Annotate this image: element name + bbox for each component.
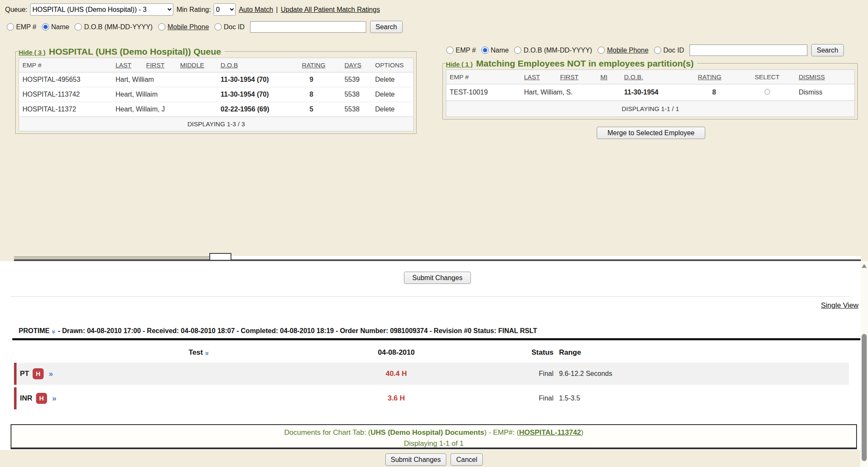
search-input[interactable]	[690, 44, 807, 56]
days-count: 5538	[341, 87, 372, 102]
dob-radio-label: D.O.B (MM-DD-YYYY)	[84, 23, 153, 31]
days-count: 5538	[341, 102, 372, 117]
submit-changes-button[interactable]: Submit Changes	[385, 453, 446, 466]
results-col-date: 04-08-2010	[373, 348, 420, 357]
doc-id-radio-label: Doc ID	[224, 23, 245, 31]
result-value: 40.4 H	[373, 370, 420, 378]
search-button[interactable]: Search	[370, 21, 403, 33]
sort-test-icon[interactable]: »	[204, 352, 211, 356]
submit-changes-button[interactable]: Submit Changes	[404, 272, 471, 284]
doc-id-radio[interactable]	[654, 47, 661, 54]
bottom-buttons: Submit Changes Cancel	[0, 453, 868, 466]
queue-select[interactable]: HOSPITAL (UHS (Demo Hospital)) - 3	[30, 3, 173, 16]
patient-dob: 11-30-1954 (70)	[217, 72, 298, 87]
col-middle[interactable]: MIDDLE	[177, 58, 217, 72]
emp-number-radio[interactable]	[7, 23, 14, 31]
name-radio[interactable]	[42, 23, 49, 31]
search-input[interactable]	[250, 21, 366, 33]
dob-radio[interactable]	[514, 47, 521, 54]
result-status: Final	[526, 370, 554, 378]
emp-number-radio[interactable]	[446, 47, 453, 54]
col-first[interactable]: FIRST	[143, 58, 177, 72]
dob-radio[interactable]	[75, 23, 82, 31]
match-rating: 8	[298, 87, 341, 102]
abnormal-bar	[14, 387, 17, 409]
queue-table: EMP # LAST FIRST MIDDLE D.O.B RATING DAY…	[19, 58, 414, 131]
search-bar-right: EMP # Name D.O.B (MM-DD-YYYY) Mobile Pho…	[446, 44, 844, 56]
col-mi[interactable]: MI	[597, 70, 621, 84]
cancel-button[interactable]: Cancel	[451, 453, 483, 466]
doc-id-radio-label: Doc ID	[663, 47, 684, 54]
queue-panel: Hide ( 3 ) HOSPITAL (UHS (Demo Hospital)…	[15, 47, 417, 134]
col-last[interactable]: LAST	[112, 58, 142, 72]
col-emp: EMP #	[446, 70, 521, 84]
documents-line1: Documents for Chart Tab: (UHS (Demo Hosp…	[11, 427, 856, 438]
merge-to-selected-button[interactable]: Merge to Selected Employee	[597, 127, 705, 139]
delete-action[interactable]: Delete	[372, 102, 413, 117]
col-select: SELECT	[743, 70, 792, 84]
name-radio-label: Name	[51, 23, 70, 31]
hide-matching-link[interactable]: Hide ( 1 )	[446, 61, 473, 68]
paging-status: DISPLAYING 1-3 / 3	[19, 117, 414, 131]
hscrollbar-track	[210, 256, 861, 259]
scroll-up-icon[interactable]	[862, 264, 867, 268]
panel-title: PROTIME	[19, 327, 50, 334]
section-divider	[11, 296, 850, 297]
employee-name: Hart, William, S.	[521, 84, 621, 101]
select-employee-radio[interactable]	[765, 89, 770, 95]
auto-match-link[interactable]: Auto Match	[239, 6, 273, 14]
documents-source: UHS (Demo Hospital) Documents	[370, 428, 484, 436]
col-first[interactable]: FIRST	[557, 70, 597, 84]
vertical-scrollbar[interactable]	[860, 261, 868, 467]
col-emp: EMP #	[19, 58, 112, 72]
result-value: 3.6 H	[373, 394, 420, 403]
paging-status: DISPLAYING 1-1 / 1	[446, 101, 855, 117]
col-last[interactable]: LAST	[521, 70, 557, 84]
expand-result-icon[interactable]: »	[49, 370, 53, 378]
dismiss-action[interactable]: Dismiss	[792, 84, 855, 101]
mobile-phone-radio-label: Mobile Phone	[167, 23, 209, 31]
hide-queue-link[interactable]: Hide ( 3 )	[19, 49, 45, 56]
min-rating-label: Min Rating:	[176, 6, 211, 14]
col-dob[interactable]: D.O.B	[217, 58, 298, 72]
mobile-phone-radio[interactable]	[158, 23, 165, 31]
delete-action[interactable]: Delete	[372, 72, 413, 87]
col-rating[interactable]: RATING	[695, 70, 743, 84]
mobile-phone-radio-label: Mobile Phone	[607, 47, 648, 54]
match-rating: 8	[695, 84, 743, 101]
col-dob[interactable]: D.O.B.	[621, 70, 695, 84]
high-flag-icon: H	[33, 368, 44, 379]
table-row: HOSPITAL-11372 Heart, Willaim, J 02-22-1…	[19, 102, 414, 117]
match-rating: 9	[298, 72, 341, 87]
expand-panel-icon[interactable]: »	[51, 330, 58, 334]
expand-result-icon[interactable]: »	[52, 395, 56, 402]
matching-panel-title: Matching Employees NOT in employees part…	[476, 58, 693, 69]
emp-number-radio-label: EMP #	[456, 47, 476, 54]
result-status: Final	[526, 395, 554, 402]
patient-dob: 02-22-1956 (69)	[217, 102, 298, 117]
results-col-test: Test »	[189, 348, 209, 357]
matching-table: EMP # LAST FIRST MI D.O.B. RATING SELECT…	[446, 69, 855, 117]
name-radio[interactable]	[481, 47, 489, 54]
matching-panel: Hide ( 1 ) Matching Employees NOT in emp…	[442, 58, 858, 120]
match-rating: 5	[298, 102, 341, 117]
col-days[interactable]: DAYS	[341, 58, 372, 72]
high-flag-icon: H	[36, 393, 47, 404]
test-name: PT	[20, 370, 29, 378]
update-all-ratings-link[interactable]: Update All Patient Match Ratings	[281, 6, 380, 14]
doc-id-radio[interactable]	[214, 23, 222, 31]
test-name: INR	[20, 394, 32, 403]
patient-match-page: Queue: HOSPITAL (UHS (Demo Hospital)) - …	[0, 0, 868, 467]
documents-banner: Documents for Chart Tab: (UHS (Demo Hosp…	[11, 424, 857, 449]
emp-number-link[interactable]: HOSPITAL-113742	[519, 428, 581, 436]
col-dismiss[interactable]: DISMISS	[792, 70, 855, 84]
mobile-phone-radio[interactable]	[598, 47, 605, 54]
col-rating[interactable]: RATING	[298, 58, 341, 72]
scrollbar-thumb[interactable]	[862, 334, 867, 461]
dob-radio-label: D.O.B (MM-DD-YYYY)	[523, 47, 592, 54]
documents-paging: Displaying 1-1 of 1	[11, 438, 856, 449]
single-view-link[interactable]: Single View	[821, 301, 859, 310]
search-button[interactable]: Search	[811, 44, 844, 56]
delete-action[interactable]: Delete	[372, 87, 413, 102]
min-rating-select[interactable]: 0	[214, 3, 236, 16]
